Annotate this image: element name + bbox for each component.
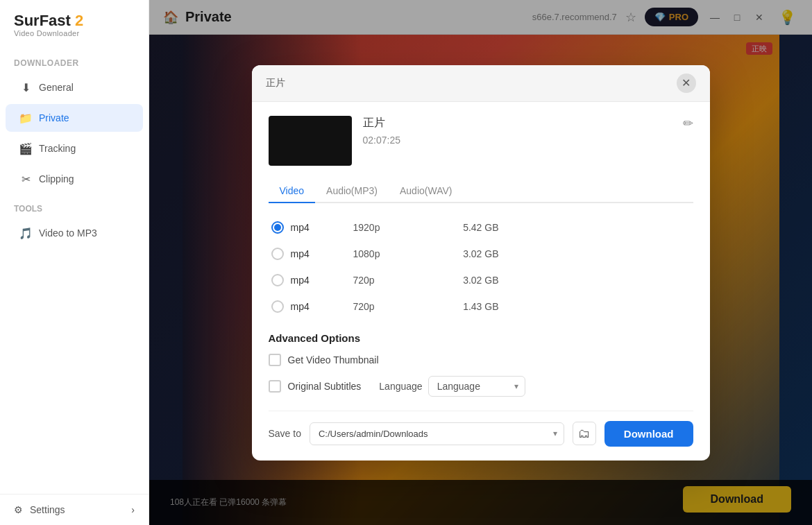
settings-label: Settings	[30, 504, 65, 515]
sidebar-item-general[interactable]: ⬇ General	[6, 74, 143, 101]
format-tabs: Video Audio(MP3) Audio(WAV)	[269, 180, 693, 203]
edit-button[interactable]: ✏	[683, 116, 693, 131]
tracking-icon: 🎬	[19, 142, 32, 155]
format-type-1: mp4	[291, 248, 346, 259]
video-title: 正片	[363, 116, 672, 130]
radio-wrap-0: mp4 1920p 5.42 GB	[271, 221, 691, 234]
advanced-options-title: Advanced Options	[269, 332, 693, 344]
video-thumbnail	[269, 116, 352, 166]
chevron-right-icon: ›	[131, 504, 135, 515]
sidebar-bottom: ⚙ Settings ›	[0, 494, 149, 525]
sidebar-item-clipping[interactable]: ✂ Clipping	[6, 165, 143, 193]
format-radio-2[interactable]	[271, 274, 284, 286]
dialog-body: 正片 02:07:25 ✏ Video Audio(MP3) Audio(WAV…	[252, 102, 710, 461]
thumbnail-label: Get Video Thumbnail	[288, 354, 379, 365]
format-row-1: mp4 1080p 3.02 GB	[269, 242, 693, 266]
format-type-0: mp4	[291, 222, 346, 233]
gear-icon: ⚙	[14, 504, 23, 515]
thumbnail-option: Get Video Thumbnail	[269, 354, 693, 366]
format-radio-3[interactable]	[271, 300, 284, 313]
format-res-2: 720p	[353, 275, 423, 286]
sidebar-item-label: General	[39, 82, 74, 93]
format-res-0: 1920p	[353, 222, 423, 233]
thumbnail-checkbox[interactable]	[269, 354, 281, 366]
save-to-label: Save to	[269, 428, 301, 439]
downloader-section-label: Downloader	[0, 53, 149, 72]
dialog-header: 正片 ✕	[252, 65, 710, 102]
video-duration: 02:07:25	[363, 135, 672, 146]
subtitles-label: Original Subtitles	[288, 381, 362, 392]
settings-item[interactable]: ⚙ Settings ›	[0, 494, 149, 525]
radio-wrap-1: mp4 1080p 3.02 GB	[271, 248, 691, 260]
advanced-options-section: Advanced Options Get Video Thumbnail Ori…	[269, 332, 693, 397]
video-meta: 正片 02:07:25	[363, 116, 672, 146]
private-icon: 📁	[19, 112, 32, 124]
radio-wrap-2: mp4 720p 3.02 GB	[271, 274, 691, 286]
sidebar-item-label: Tracking	[39, 143, 76, 154]
logo-text: SurFast 2 Video Downloader	[14, 12, 83, 37]
subtitles-option: Original Subtitles Language Language Eng…	[269, 376, 693, 397]
sidebar-item-label: Private	[39, 112, 69, 123]
folder-browse-button[interactable]: 🗂	[573, 422, 596, 445]
format-type-3: mp4	[291, 301, 346, 312]
format-row-2: mp4 720p 3.02 GB	[269, 268, 693, 292]
format-size-1: 3.02 GB	[430, 248, 499, 259]
sidebar-logo: SurFast 2 Video Downloader	[0, 0, 149, 53]
dialog-title: 正片	[266, 77, 285, 89]
download-icon: ⬇	[19, 81, 32, 94]
video-preview-row: 正片 02:07:25 ✏	[269, 116, 693, 166]
sidebar-item-label: Video to MP3	[39, 227, 97, 239]
format-options: mp4 1920p 5.42 GB mp4 1080p 3.02 GB	[269, 216, 693, 318]
logo-name: SurFast 2	[14, 12, 83, 29]
path-select-wrap: C:/Users/admin/Downloads D:/Videos E:/Do…	[310, 422, 564, 445]
tab-audio-wav[interactable]: Audio(WAV)	[389, 180, 463, 203]
format-row-3: mp4 720p 1.43 GB	[269, 295, 693, 318]
language-label: Language	[379, 381, 422, 392]
sidebar-item-label: Clipping	[39, 173, 74, 184]
sidebar: SurFast 2 Video Downloader Downloader ⬇ …	[0, 0, 149, 525]
dialog-overlay: 正片 ✕ 正片 02:07:25 ✏ Video Audio(MP3)	[149, 0, 812, 525]
format-type-2: mp4	[291, 275, 346, 286]
tab-video[interactable]: Video	[269, 180, 316, 203]
sidebar-item-private[interactable]: 📁 Private	[6, 104, 143, 132]
radio-wrap-3: mp4 720p 1.43 GB	[271, 300, 691, 313]
language-wrap: Language Language English Chinese Japane…	[379, 376, 525, 397]
format-size-0: 5.42 GB	[430, 222, 499, 233]
dialog-download-button[interactable]: Download	[604, 421, 693, 447]
music-icon: 🎵	[19, 227, 32, 239]
save-path-select[interactable]: C:/Users/admin/Downloads D:/Videos E:/Do…	[310, 422, 564, 445]
save-to-row: Save to C:/Users/admin/Downloads D:/Vide…	[269, 411, 693, 447]
logo-sub: Video Downloader	[14, 29, 83, 37]
dialog-close-button[interactable]: ✕	[677, 74, 696, 93]
format-res-3: 720p	[353, 301, 423, 312]
download-dialog: 正片 ✕ 正片 02:07:25 ✏ Video Audio(MP3)	[252, 65, 710, 461]
sidebar-item-tracking[interactable]: 🎬 Tracking	[6, 135, 143, 162]
format-radio-0[interactable]	[271, 221, 284, 234]
subtitles-checkbox[interactable]	[269, 380, 281, 393]
format-radio-1[interactable]	[271, 248, 284, 260]
format-res-1: 1080p	[353, 248, 423, 259]
tools-section-label: Tools	[0, 194, 149, 218]
clipping-icon: ✂	[19, 173, 32, 185]
format-row-0: mp4 1920p 5.42 GB	[269, 216, 693, 239]
language-select[interactable]: Language English Chinese Japanese Korean	[428, 376, 525, 397]
language-select-wrap: Language English Chinese Japanese Korean…	[428, 376, 525, 397]
tab-audio-mp3[interactable]: Audio(MP3)	[315, 180, 389, 203]
main-content: 🏠 Private s66e.7.recommend.7 ☆ 💎 PRO — □…	[149, 0, 812, 525]
format-size-2: 3.02 GB	[430, 275, 499, 286]
format-size-3: 1.43 GB	[430, 301, 499, 312]
folder-icon: 🗂	[578, 427, 591, 441]
sidebar-item-video-to-mp3[interactable]: 🎵 Video to MP3	[6, 219, 143, 247]
